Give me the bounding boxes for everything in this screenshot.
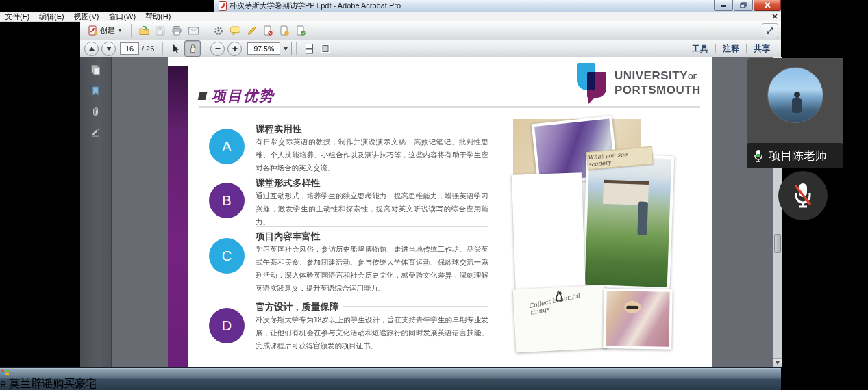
create-pdf-icon [88, 25, 97, 36]
highlight-button[interactable] [244, 23, 259, 38]
participant-avatar [767, 67, 823, 123]
pages-icon [90, 64, 102, 76]
paperclip-icon [90, 106, 101, 118]
previous-page-button[interactable] [84, 42, 99, 56]
diagonal-arrows-icon [766, 27, 774, 35]
minimize-button[interactable] [714, 0, 733, 11]
window-title: 朴次茅斯大学暑期访学PPT.pdf - Adobe Acrobat Pro [230, 1, 401, 11]
divider [343, 306, 488, 307]
menu-window[interactable]: 窗口(W) [103, 12, 140, 21]
comment-link[interactable]: 注释 [716, 43, 746, 55]
windows-flag-icon [0, 368, 10, 377]
menu-bar: 文件(F) 编辑(E) 视图(V) 窗口(W) 帮助(H) [0, 12, 781, 22]
attachments-button[interactable] [90, 106, 101, 118]
item-b-badge: B [209, 183, 245, 218]
save-button[interactable] [153, 23, 168, 38]
item-a-body: 有日常交际英语的教授，制作并演说演示文稿、高效记笔记、批判性思维、个人技能培养、… [256, 135, 488, 174]
navigation-toolbar: / 25 97.5% 工具 注释 共享 [80, 40, 781, 58]
slide-accent-bar [168, 66, 188, 367]
single-page-button[interactable] [318, 41, 333, 56]
scroll-down-arrow[interactable] [773, 358, 782, 367]
open-folder-icon [138, 25, 150, 36]
search-suggestion-text: 莫兰辟谣购买豪宅 [9, 378, 97, 389]
save-floppy-icon [155, 25, 166, 36]
scrolling-pages-icon [304, 43, 314, 54]
item-c-title: 项目内容丰富性 [256, 231, 321, 243]
signatures-button[interactable] [90, 127, 101, 138]
doc-sign-button[interactable] [293, 23, 308, 38]
logo-tail-shape [588, 96, 595, 104]
minus-icon [214, 45, 221, 52]
share-link[interactable]: 共享 [747, 43, 777, 55]
signature-icon [90, 127, 101, 138]
pdf-page: 项目优势 UNIVERSITYOF PORTSMOUTH A 课程实用性 有日常… [168, 57, 712, 367]
hand-tool-button[interactable] [184, 40, 201, 57]
title-rule [199, 106, 700, 108]
page-number-input[interactable] [120, 42, 139, 55]
hand-cursor-icon [553, 290, 565, 302]
slide-title-row: 项目优势 [199, 86, 275, 105]
item-b-body: 通过互动形式，培养学生的独立思考能力，提高思维能力，增强英语学习兴趣，激发学生的… [256, 190, 488, 229]
navigation-pane [80, 57, 112, 367]
zoom-dropdown-button[interactable] [280, 42, 292, 55]
square-bullet-icon [198, 92, 208, 100]
menu-view[interactable]: 视图(V) [69, 12, 104, 21]
menu-help[interactable]: 帮助(H) [140, 12, 175, 21]
printer-icon [171, 25, 182, 36]
taskbar-search-box[interactable]: e 莫兰辟谣购买豪宅 [0, 377, 781, 390]
print-button[interactable] [169, 23, 184, 38]
zoom-out-button[interactable] [210, 42, 225, 56]
speech-bubble-icon [230, 25, 241, 36]
panel-links: 工具 注释 共享 [685, 40, 777, 57]
item-c-body: 学习英国社会风俗，参访历史船坞博物馆、走进当地传统工作坊、品尝英式午茶和美食、参… [256, 243, 488, 295]
zoom-in-button[interactable] [227, 42, 242, 56]
item-a-badge: A [209, 129, 245, 164]
acrobat-pdf-icon [219, 1, 227, 11]
logo-purple-shape [587, 72, 606, 98]
taskbar: e 莫兰辟谣购买豪宅 搜索一下 [0, 367, 781, 390]
window-titlebar[interactable]: 朴次茅斯大学暑期访学PPT.pdf - Adobe Acrobat Pro [214, 0, 781, 12]
customize-toolbar-button[interactable] [762, 23, 778, 38]
scrolling-mode-button[interactable] [301, 41, 317, 56]
create-pdf-button[interactable]: 创建 [84, 23, 126, 38]
bookmarks-button[interactable] [90, 86, 101, 96]
scrollbar-thumb[interactable] [774, 234, 781, 253]
doc-export-button[interactable] [277, 23, 292, 38]
zoom-level-value[interactable]: 97.5% [247, 42, 280, 55]
select-tool-button[interactable] [168, 41, 183, 56]
settings-button[interactable] [211, 23, 226, 38]
menu-edit[interactable]: 编辑(E) [34, 12, 69, 21]
plus-icon [232, 45, 238, 52]
fit-page-icon [320, 43, 331, 54]
divider [256, 226, 488, 227]
menu-file[interactable]: 文件(F) [0, 12, 34, 21]
photo-kettlebell [512, 172, 586, 299]
photo-festival-girls [603, 288, 673, 350]
hand-tool-icon [188, 43, 198, 54]
divider [245, 174, 486, 174]
open-file-button[interactable] [136, 23, 151, 38]
ie-icon: e [0, 378, 6, 389]
page-thumbnails-button[interactable] [90, 64, 102, 76]
restore-button[interactable] [734, 0, 753, 11]
tools-link[interactable]: 工具 [685, 43, 715, 55]
avatar-figure-body [792, 98, 802, 113]
comment-button[interactable] [227, 23, 243, 38]
slide-title: 项目优势 [212, 86, 275, 105]
chevron-down-icon [284, 47, 288, 51]
close-button[interactable] [754, 0, 781, 11]
window-controls [713, 0, 781, 11]
item-c-badge: C [209, 238, 245, 274]
gear-icon [213, 25, 224, 36]
microphone-muted-icon [791, 182, 815, 209]
sunglasses-shape [626, 305, 638, 309]
doc-delete-button[interactable] [260, 23, 275, 38]
email-button[interactable] [186, 23, 201, 38]
item-b-title: 课堂形式多样性 [256, 177, 321, 190]
start-button[interactable] [0, 368, 781, 377]
envelope-icon [188, 26, 199, 36]
item-d-title: 官方设计，质量保障 [256, 301, 339, 313]
next-page-button[interactable] [101, 42, 116, 56]
mute-microphone-button[interactable] [778, 171, 828, 220]
document-close-icon[interactable] [770, 12, 780, 21]
